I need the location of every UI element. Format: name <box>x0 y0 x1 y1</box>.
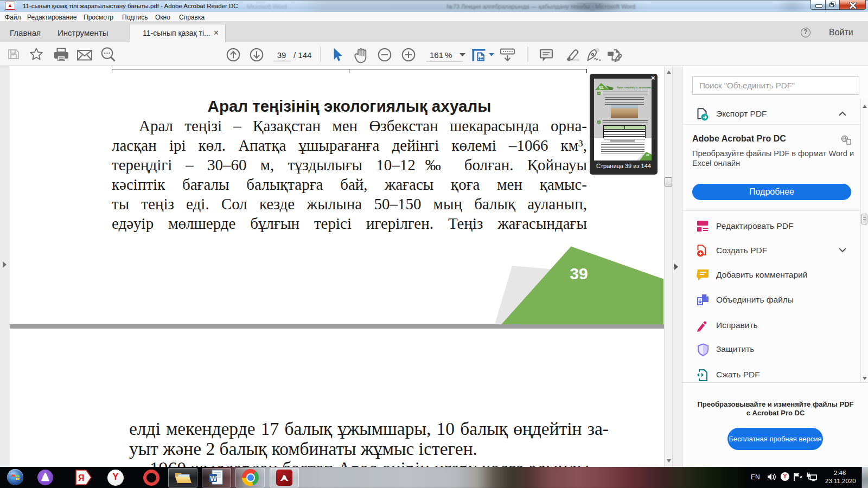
svg-text:/ 144: / 144 <box>293 50 311 60</box>
svg-text:Я: Я <box>78 473 85 483</box>
svg-text:W: W <box>210 474 217 483</box>
svg-text:§2.: §2. <box>599 86 604 89</box>
svg-text:Арал теңізінің іс экологиясы: Арал теңізінің іс экологиясы <box>617 86 652 89</box>
svg-text:161 %: 161 % <box>430 50 452 60</box>
svg-text:39: 39 <box>646 153 649 157</box>
svg-text:39: 39 <box>570 265 588 282</box>
svg-text:39: 39 <box>277 50 286 60</box>
